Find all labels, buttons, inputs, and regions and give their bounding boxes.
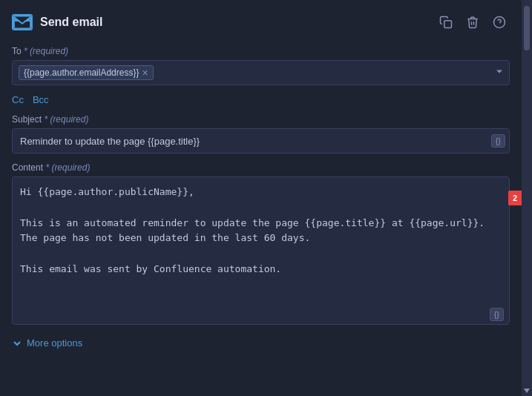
subject-curly-braces-button[interactable]: {} xyxy=(491,134,505,148)
send-email-header: Send email xyxy=(12,12,510,33)
cc-bcc-row: Cc Bcc xyxy=(12,94,510,105)
content-textarea[interactable] xyxy=(12,176,510,325)
subject-label: Subject * (required) xyxy=(12,114,510,125)
bcc-link[interactable]: Bcc xyxy=(33,94,49,105)
red-badge: 2 xyxy=(508,191,522,205)
to-tag[interactable]: {{page.author.emailAddress}} × xyxy=(19,65,154,80)
header-actions xyxy=(436,12,510,33)
scrollbar-thumb[interactable] xyxy=(524,6,530,50)
to-input[interactable]: {{page.author.emailAddress}} × xyxy=(12,60,510,85)
tag-close-button[interactable]: × xyxy=(142,67,148,78)
copy-button[interactable] xyxy=(436,12,456,33)
subject-field-group: Subject * (required) {} xyxy=(12,114,510,154)
subject-input[interactable] xyxy=(12,128,510,154)
content-field-group: Content * (required) {} xyxy=(12,162,510,327)
help-button[interactable] xyxy=(489,12,510,33)
content-label: Content * (required) xyxy=(12,162,510,173)
more-options-row[interactable]: More options xyxy=(12,337,510,349)
scrollbar[interactable] xyxy=(522,0,532,396)
to-field-group: To * (required) {{page.author.emailAddre… xyxy=(12,46,510,85)
more-options-chevron-icon xyxy=(12,338,22,349)
cc-link[interactable]: Cc xyxy=(12,94,24,105)
email-icon xyxy=(12,14,33,30)
more-options-label: More options xyxy=(27,337,82,349)
content-curly-braces-button[interactable]: {} xyxy=(490,308,504,321)
scrollbar-down-arrow[interactable] xyxy=(524,389,530,393)
to-label: To * (required) xyxy=(12,46,510,56)
svg-rect-0 xyxy=(14,16,30,29)
svg-rect-1 xyxy=(444,21,452,28)
tag-value: {{page.author.emailAddress}} xyxy=(24,67,139,78)
delete-button[interactable] xyxy=(462,12,483,33)
panel-title: Send email xyxy=(40,16,102,29)
